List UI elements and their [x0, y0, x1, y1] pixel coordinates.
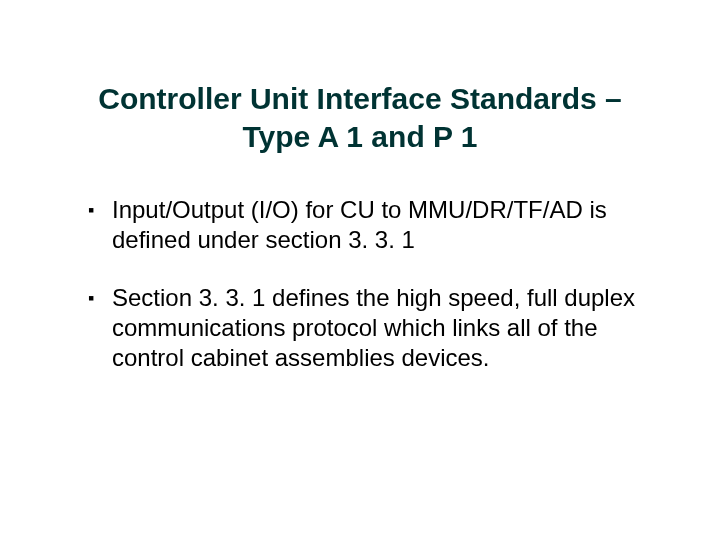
list-item: Section 3. 3. 1 defines the high speed, …	[88, 283, 660, 373]
bullet-list: Input/Output (I/O) for CU to MMU/DR/TF/A…	[60, 195, 660, 373]
slide: Controller Unit Interface Standards – Ty…	[0, 0, 720, 540]
slide-title: Controller Unit Interface Standards – Ty…	[60, 80, 660, 155]
list-item: Input/Output (I/O) for CU to MMU/DR/TF/A…	[88, 195, 660, 255]
